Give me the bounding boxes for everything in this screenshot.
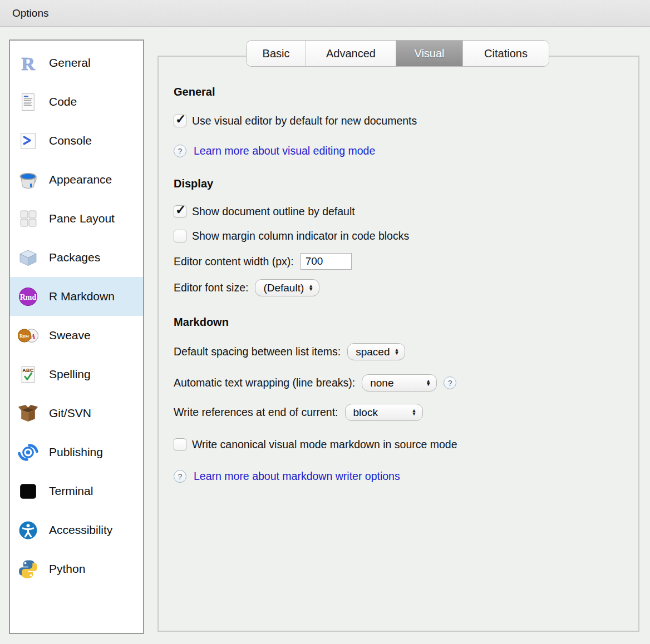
sidebar-item-label: Python xyxy=(49,562,85,576)
sidebar-item-label: Spelling xyxy=(49,368,91,381)
python-icon xyxy=(17,558,38,579)
text-wrapping-row: Automatic text wrapping (line breaks): n… xyxy=(174,374,638,392)
stepper-arrows-icon: ▲▼ xyxy=(395,349,400,355)
sidebar-item-label: General xyxy=(49,56,91,70)
text-wrapping-label: Automatic text wrapping (line breaks): xyxy=(174,377,355,389)
editor-width-label: Editor content width (px): xyxy=(174,255,294,268)
help-icon[interactable]: ? xyxy=(174,145,186,157)
sidebar-item-appearance[interactable]: Appearance xyxy=(10,160,143,199)
editor-font-size-value: (Default) xyxy=(263,282,304,294)
references-label: Write references at end of current: xyxy=(174,406,338,419)
package-box-icon xyxy=(17,247,38,268)
canonical-markdown-label: Write canonical visual mode markdown in … xyxy=(192,438,457,451)
tab-basic[interactable]: Basic xyxy=(247,41,306,66)
learn-markdown-writer-link[interactable]: Learn more about markdown writer options xyxy=(194,470,400,483)
pane-grid-icon xyxy=(17,208,38,229)
sidebar-item-terminal[interactable]: Terminal xyxy=(10,472,143,511)
checkmark-icon: ✓ xyxy=(175,112,186,127)
sweave-icon: A Rnw xyxy=(17,325,38,346)
canonical-markdown-row: Write canonical visual mode markdown in … xyxy=(174,438,638,451)
markdown-writer-help-row: ? Learn more about markdown writer optio… xyxy=(174,470,638,483)
text-wrapping-select[interactable]: none ▲▼ xyxy=(362,374,437,392)
references-row: Write references at end of current: bloc… xyxy=(174,404,638,421)
sidebar-item-label: Pane Layout xyxy=(49,212,115,225)
sidebar-item-packages[interactable]: Packages xyxy=(10,238,143,277)
editor-font-size-row: Editor font size: (Default) ▲▼ xyxy=(174,279,638,296)
tab-citations[interactable]: Citations xyxy=(463,41,549,66)
editor-font-size-label: Editor font size: xyxy=(174,281,248,294)
console-prompt-icon xyxy=(17,130,38,151)
svg-text:R: R xyxy=(21,53,35,73)
publishing-connect-icon xyxy=(17,442,38,463)
rmarkdown-tab-strip: Basic Advanced Visual Citations xyxy=(246,40,549,67)
sidebar-item-console[interactable]: Console xyxy=(10,121,143,160)
editor-width-row: Editor content width (px): xyxy=(174,253,638,270)
display-section-heading: Display xyxy=(174,177,638,190)
sidebar-item-general[interactable]: R General xyxy=(10,43,143,82)
list-spacing-select[interactable]: spaced ▲▼ xyxy=(347,343,405,360)
sidebar-item-code[interactable]: Code xyxy=(10,82,143,121)
stepper-arrows-icon: ▲▼ xyxy=(426,380,431,386)
use-visual-editor-row: ✓ Use visual editor by default for new d… xyxy=(174,115,638,127)
sidebar-item-git-svn[interactable]: Git/SVN xyxy=(10,394,143,433)
r-logo-icon: R xyxy=(17,52,38,73)
text-wrapping-value: none xyxy=(370,377,393,389)
sidebar-item-label: Git/SVN xyxy=(49,407,91,420)
stepper-arrows-icon: ▲▼ xyxy=(412,409,417,415)
sidebar-item-label: Terminal xyxy=(49,484,93,498)
editor-font-size-select[interactable]: (Default) ▲▼ xyxy=(255,279,319,296)
window-title: Options xyxy=(12,7,48,19)
use-visual-editor-label: Use visual editor by default for new doc… xyxy=(192,115,417,127)
show-margin-label: Show margin column indicator in code blo… xyxy=(192,230,409,242)
canonical-markdown-checkbox[interactable] xyxy=(174,438,186,451)
sidebar-item-spelling[interactable]: ABC Spelling xyxy=(10,355,143,394)
code-document-icon xyxy=(17,91,38,112)
show-outline-checkbox[interactable]: ✓ xyxy=(174,205,186,218)
stepper-arrows-icon: ▲▼ xyxy=(308,285,313,291)
sidebar-item-label: Appearance xyxy=(49,173,112,186)
sidebar-item-label: R Markdown xyxy=(49,290,115,303)
markdown-section-heading: Markdown xyxy=(174,316,638,329)
sidebar-item-publishing[interactable]: Publishing xyxy=(10,433,143,472)
tab-visual[interactable]: Visual xyxy=(396,41,463,66)
options-category-sidebar: R General Code Console xyxy=(9,39,144,634)
accessibility-icon xyxy=(17,519,38,541)
sidebar-item-label: Code xyxy=(49,95,77,108)
show-margin-checkbox[interactable] xyxy=(174,230,186,242)
list-spacing-label: Default spacing between list items: xyxy=(174,345,341,358)
sidebar-item-label: Packages xyxy=(49,251,100,264)
help-icon[interactable]: ? xyxy=(444,377,456,389)
sidebar-item-python[interactable]: Python xyxy=(10,549,143,588)
references-select[interactable]: block ▲▼ xyxy=(345,404,423,421)
sidebar-item-r-markdown[interactable]: Rmd R Markdown xyxy=(10,277,143,316)
sidebar-item-pane-layout[interactable]: Pane Layout xyxy=(10,199,143,238)
show-margin-row: Show margin column indicator in code blo… xyxy=(174,230,638,242)
checkmark-icon: ✓ xyxy=(175,202,186,217)
sidebar-item-accessibility[interactable]: Accessibility xyxy=(10,511,143,549)
show-outline-label: Show document outline by default xyxy=(192,205,355,218)
general-section-heading: General xyxy=(174,86,638,98)
svg-text:Rnw: Rnw xyxy=(19,333,29,338)
use-visual-editor-checkbox[interactable]: ✓ xyxy=(174,115,186,127)
sidebar-item-label: Console xyxy=(49,134,92,147)
visual-options-panel: General ✓ Use visual editor by default f… xyxy=(157,56,639,632)
references-value: block xyxy=(353,407,378,419)
spellcheck-icon: ABC xyxy=(17,364,38,385)
window-titlebar: Options xyxy=(0,0,650,27)
list-spacing-row: Default spacing between list items: spac… xyxy=(174,343,638,360)
tab-advanced[interactable]: Advanced xyxy=(306,41,396,66)
rmarkdown-icon: Rmd xyxy=(17,286,38,307)
learn-visual-editing-link[interactable]: Learn more about visual editing mode xyxy=(194,145,375,157)
paint-bucket-icon xyxy=(17,169,38,190)
sidebar-item-sweave[interactable]: A Rnw Sweave xyxy=(10,316,143,355)
sidebar-item-label: Accessibility xyxy=(49,523,112,537)
terminal-icon xyxy=(17,480,38,502)
editor-width-input[interactable] xyxy=(301,253,352,270)
sidebar-item-label: Publishing xyxy=(49,445,103,459)
help-icon[interactable]: ? xyxy=(174,470,186,483)
svg-text:Rmd: Rmd xyxy=(19,293,36,301)
visual-editing-help-row: ? Learn more about visual editing mode xyxy=(174,145,638,157)
show-outline-row: ✓ Show document outline by default xyxy=(174,205,638,218)
git-svn-box-icon xyxy=(17,403,38,424)
list-spacing-value: spaced xyxy=(356,346,390,358)
